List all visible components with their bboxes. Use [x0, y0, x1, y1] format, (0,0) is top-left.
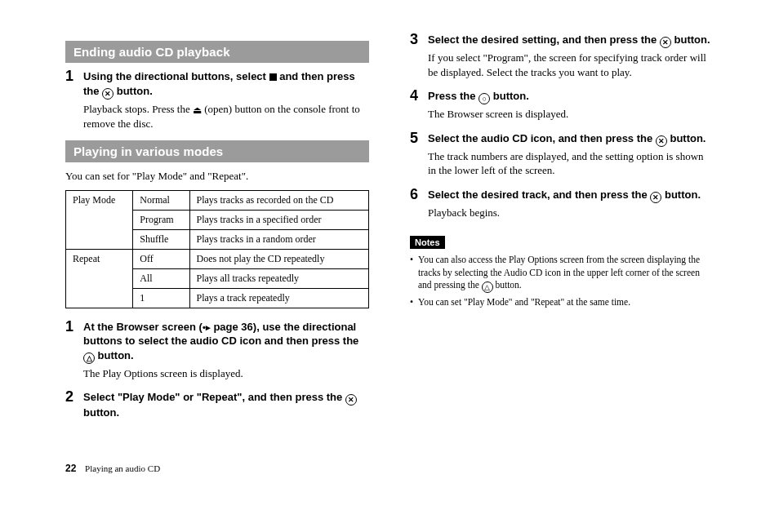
step-number: 6 — [410, 186, 418, 203]
text: You can also access the Play Options scr… — [418, 255, 700, 290]
section-heading-modes: Playing in various modes — [65, 140, 369, 162]
notes-label: Notes — [410, 236, 445, 249]
cell: Does not play the CD repeatedly — [189, 249, 369, 268]
text: Select the desired setting, and then pre… — [428, 33, 660, 46]
text: button. — [493, 280, 522, 290]
x-button-icon: ✕ — [345, 394, 357, 406]
step-number: 5 — [410, 130, 418, 147]
intro-text: You can set for "Play Mode" and "Repeat"… — [65, 169, 369, 184]
play-mode-table: Play Mode Normal Plays tracks as recorde… — [65, 190, 369, 308]
text: button. — [667, 132, 706, 144]
step-heading: Select the desired setting, and then pre… — [428, 33, 714, 48]
x-button-icon: ✕ — [650, 192, 661, 203]
text: Playback stops. Press the — [83, 103, 193, 115]
x-button-icon: ✕ — [102, 88, 114, 100]
modes-step-6: 6 Select the desired track, and then pre… — [410, 188, 714, 220]
step-number: 4 — [410, 87, 418, 104]
cell: Plays tracks in a specified order — [189, 210, 369, 229]
triangle-button-icon: △ — [482, 282, 493, 293]
section-heading-ending: Ending audio CD playback — [65, 41, 369, 63]
footer-title: Playing an audio CD — [85, 463, 160, 473]
cell: All — [133, 268, 189, 288]
step-number: 2 — [65, 388, 73, 406]
step-heading: Using the directional buttons, select an… — [83, 69, 369, 100]
text: button. — [83, 406, 119, 419]
table-row: Repeat Off Does not play the CD repeated… — [66, 249, 369, 268]
step-heading: Select the audio CD icon, and then press… — [428, 131, 714, 147]
note-item: You can set "Play Mode" and "Repeat" at … — [410, 296, 714, 309]
cell: Play Mode — [66, 190, 133, 249]
text: Select "Play Mode" or "Repeat", and then… — [83, 391, 345, 403]
cell: Program — [133, 210, 189, 229]
step-heading: At the Browser screen (•▸ page 36), use … — [83, 320, 369, 364]
modes-step-3: 3 Select the desired setting, and then p… — [410, 33, 714, 79]
step-heading: Press the ○ button. — [428, 89, 714, 104]
text: Using the directional buttons, select — [83, 70, 269, 82]
text: button. — [114, 85, 153, 97]
ending-step-1: 1 Using the directional buttons, select … — [65, 69, 369, 131]
cell: Plays tracks as recorded on the CD — [189, 190, 369, 210]
text: Select the desired track, and then press… — [428, 188, 650, 201]
step-number: 1 — [65, 318, 73, 335]
cell: Normal — [133, 190, 189, 210]
step-body: Playback stops. Press the ⏏ (open) butto… — [83, 102, 369, 131]
step-body: The track numbers are displayed, and the… — [428, 149, 714, 178]
step-body: The Play Options screen is displayed. — [83, 366, 369, 381]
text: At the Browser screen ( — [83, 321, 203, 333]
page-columns: Ending audio CD playback 1 Using the dir… — [65, 33, 714, 430]
cell: 1 — [133, 288, 189, 308]
step-body: Playback begins. — [428, 206, 714, 220]
cell: Shuffle — [133, 229, 189, 249]
x-button-icon: ✕ — [656, 135, 667, 147]
modes-step-1: 1 At the Browser screen (•▸ page 36), us… — [65, 320, 369, 381]
cell: Plays tracks in a random order — [189, 229, 369, 249]
step-number: 1 — [65, 68, 73, 85]
step-heading: Select "Play Mode" or "Repeat", and then… — [83, 390, 369, 420]
table-row: Play Mode Normal Plays tracks as recorde… — [66, 190, 369, 210]
text: button. — [490, 90, 529, 102]
modes-step-4: 4 Press the ○ button. The Browser screen… — [410, 89, 714, 122]
eject-icon: ⏏ — [193, 104, 202, 116]
text: button. — [661, 188, 701, 201]
cell: Off — [133, 249, 189, 268]
step-number: 3 — [410, 31, 418, 48]
x-button-icon: ✕ — [660, 37, 671, 48]
cell: Plays a track repeatedly — [189, 288, 369, 308]
step-body: If you select "Program", the screen for … — [428, 51, 714, 79]
note-item: You can also access the Play Options scr… — [410, 254, 714, 293]
cell: Plays all tracks repeatedly — [189, 268, 369, 288]
modes-step-2: 2 Select "Play Mode" or "Repeat", and th… — [65, 390, 369, 420]
text: button. — [95, 349, 134, 361]
cell: Repeat — [66, 249, 133, 308]
text: Select the audio CD icon, and then press… — [428, 132, 656, 144]
page-number: 22 — [65, 463, 76, 474]
right-column: 3 Select the desired setting, and then p… — [410, 33, 714, 430]
step-heading: Select the desired track, and then press… — [428, 188, 714, 203]
page-footer: 22 Playing an audio CD — [65, 463, 714, 474]
page-ref-icon: •▸ — [203, 322, 211, 332]
step-body: The Browser screen is displayed. — [428, 107, 714, 122]
triangle-button-icon: △ — [83, 352, 95, 364]
circle-button-icon: ○ — [479, 93, 490, 104]
stop-icon — [269, 73, 277, 81]
modes-step-5: 5 Select the audio CD icon, and then pre… — [410, 131, 714, 178]
text: Press the — [428, 90, 479, 102]
left-column: Ending audio CD playback 1 Using the dir… — [65, 33, 369, 430]
text: button. — [671, 33, 710, 46]
